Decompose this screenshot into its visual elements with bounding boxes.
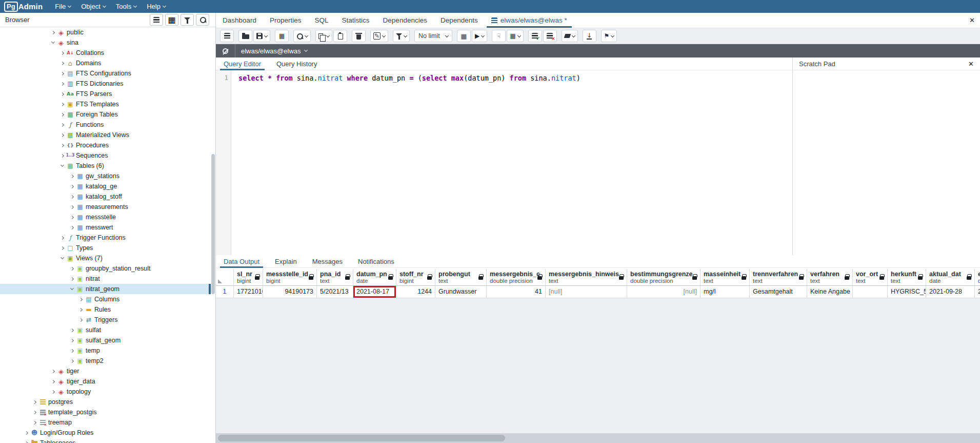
expand-chevron-icon[interactable] xyxy=(68,196,75,198)
expand-chevron-icon[interactable] xyxy=(77,309,84,311)
tree-item-temp2[interactable]: ▣temp2 xyxy=(0,356,211,366)
tree-item-fts-configurations[interactable]: ▤FTS Configurations xyxy=(0,68,211,79)
cell-masseinheit[interactable]: mg/l xyxy=(701,286,750,298)
expand-chevron-icon[interactable] xyxy=(77,298,84,301)
expand-chevron-icon[interactable] xyxy=(31,421,38,424)
expand-chevron-icon[interactable] xyxy=(68,226,75,229)
tree-item-trigger-functions[interactable]: ƒTrigger Functions xyxy=(0,233,211,243)
open-file-button[interactable] xyxy=(238,30,252,42)
row-number-cell[interactable]: 1 xyxy=(216,286,234,298)
tree-item-materialized-views[interactable]: ▩Materialized Views xyxy=(0,130,211,140)
tab-elwas-elwas-elwas[interactable]: elwas/elwas@elwas * xyxy=(485,13,574,28)
cell-messergebnis-hinweis[interactable]: [null] xyxy=(546,286,627,298)
tree-item-tablespaces[interactable]: Tablespaces xyxy=(0,438,211,443)
tree-item-fts-dictionaries[interactable]: ▥FTS Dictionaries xyxy=(0,79,211,89)
cell-bestimmungsgrenze[interactable]: [null] xyxy=(627,286,701,298)
tree-item-fts-parsers[interactable]: AaFTS Parsers xyxy=(0,89,211,99)
cell-pna-id[interactable]: 5/2021/13 xyxy=(317,286,353,298)
cell-stoff-nr[interactable]: 1244 xyxy=(396,286,435,298)
tree-item-katalog-stoff[interactable]: ▦katalog_stoff xyxy=(0,191,211,202)
expand-chevron-icon[interactable] xyxy=(68,278,75,280)
tree-item-domains[interactable]: ⌂Domains xyxy=(0,58,211,68)
query-tool-connection-button[interactable] xyxy=(220,30,234,42)
expand-chevron-icon[interactable] xyxy=(49,380,56,383)
column-header-aktual-dat[interactable]: aktual_datdate xyxy=(926,269,975,286)
tab-dependents[interactable]: Dependents xyxy=(434,13,485,28)
tree-item-nitrat-geom[interactable]: ▣nitrat_geom xyxy=(0,284,211,294)
horizontal-scrollbar[interactable] xyxy=(216,433,980,443)
cancel-query-button[interactable]: ■ xyxy=(457,30,471,42)
paste-button[interactable] xyxy=(333,30,347,42)
expand-chevron-icon[interactable] xyxy=(58,52,66,54)
column-header-vor-ort[interactable]: vor_orttext xyxy=(853,269,888,286)
connection-status-cell[interactable] xyxy=(216,44,235,57)
tab-query-history[interactable]: Query History xyxy=(275,57,318,70)
menu-item-file[interactable]: File xyxy=(50,0,76,13)
search-objects-button[interactable] xyxy=(196,14,209,26)
expand-chevron-icon[interactable] xyxy=(49,391,56,393)
download-results-button[interactable]: ↓ xyxy=(583,30,596,42)
column-header-trennverfahren[interactable]: trennverfahrentext xyxy=(750,269,807,286)
cell-probengut[interactable]: Grundwasser xyxy=(435,286,487,298)
sql-code-area[interactable]: 1 select * from sina.nitrat where datum_… xyxy=(216,70,792,255)
cell-messergebnis-c[interactable]: 41 xyxy=(487,286,546,298)
tab-properties[interactable]: Properties xyxy=(263,13,308,28)
scratch-pad-close-icon[interactable]: ✕ xyxy=(968,60,974,68)
column-header-messergebnis-hinweis[interactable]: messergebnis_hinweistext xyxy=(546,269,627,286)
column-header-messstelle-id[interactable]: messstelle_idbigint xyxy=(263,269,317,286)
tree-item-sequences[interactable]: 1..3Sequences xyxy=(0,150,211,161)
tree-item-gw-stations[interactable]: ▦gw_stations xyxy=(0,171,211,181)
tree-item-collations[interactable]: A↓Collations xyxy=(0,48,211,58)
expand-chevron-icon[interactable] xyxy=(68,329,75,332)
expand-chevron-icon[interactable] xyxy=(58,113,66,116)
menu-item-help[interactable]: Help xyxy=(142,0,171,13)
column-header-masseinheit[interactable]: masseinheittext xyxy=(701,269,750,286)
expand-chevron-icon[interactable] xyxy=(58,155,66,157)
row-limit-select[interactable]: No limit xyxy=(414,30,452,42)
view-data-options-button[interactable]: ▦ xyxy=(507,30,523,42)
tree-item-postgres[interactable]: postgres xyxy=(0,397,211,407)
tab-query-editor[interactable]: Query Editor xyxy=(222,57,263,70)
tree-item-triggers[interactable]: ⇄Triggers xyxy=(0,315,211,325)
tree-item-sina[interactable]: ◈sina xyxy=(0,37,211,48)
tree-item-sulfat[interactable]: ▣sulfat xyxy=(0,325,211,335)
cell-e[interactable]: 2 xyxy=(975,286,980,298)
sidebar-scrollbar-thumb[interactable] xyxy=(211,154,215,294)
tree-item-nitrat[interactable]: ▣nitrat xyxy=(0,274,211,284)
filter-tree-button[interactable] xyxy=(181,14,194,26)
collapse-chevron-icon[interactable] xyxy=(58,165,66,166)
expand-chevron-icon[interactable] xyxy=(68,350,75,352)
expand-chevron-icon[interactable] xyxy=(68,360,75,362)
tree-item-foreign-tables[interactable]: ▦Foreign Tables xyxy=(0,109,211,120)
expand-chevron-icon[interactable] xyxy=(77,319,84,321)
tree-item-public[interactable]: ◈public xyxy=(0,27,211,37)
expand-chevron-icon[interactable] xyxy=(68,206,75,208)
menu-item-tools[interactable]: Tools xyxy=(111,0,142,13)
edit-grid-button[interactable]: ▦ xyxy=(275,30,289,42)
expand-chevron-icon[interactable] xyxy=(49,31,56,34)
expand-chevron-icon[interactable] xyxy=(49,370,56,373)
cell-herkunft[interactable]: HYGRISC_5 xyxy=(888,286,926,298)
expand-chevron-icon[interactable] xyxy=(68,185,75,188)
expand-chevron-icon[interactable] xyxy=(58,72,66,75)
tree-item-topology[interactable]: ◈topology xyxy=(0,387,211,397)
column-header-bestimmungsgrenze[interactable]: bestimmungsgrenzedouble precision xyxy=(627,269,701,286)
close-tab-icon[interactable]: ✕ xyxy=(969,16,975,24)
tree-item-tiger-data[interactable]: ◈tiger_data xyxy=(0,376,211,387)
column-header-messergebnis-c[interactable]: messergebnis_cdouble precision xyxy=(487,269,546,286)
tab-dependencies[interactable]: Dependencies xyxy=(376,13,434,28)
cell-aktual-dat[interactable]: 2021-09-28 xyxy=(926,286,975,298)
scratch-pad-textarea[interactable] xyxy=(793,70,980,255)
copy-button[interactable] xyxy=(315,30,332,42)
delete-button[interactable] xyxy=(352,30,366,42)
tree-item-fts-templates[interactable]: ▣FTS Templates xyxy=(0,99,211,109)
select-all-triangle-icon[interactable] xyxy=(218,279,222,283)
tab-dashboard[interactable]: Dashboard xyxy=(216,13,263,28)
tree-item-measurements[interactable]: ▦measurements xyxy=(0,202,211,212)
macros-button[interactable]: ⚑ xyxy=(601,30,617,42)
expand-chevron-icon[interactable] xyxy=(68,175,75,178)
horizontal-scrollbar-thumb[interactable] xyxy=(218,435,505,441)
row-number-header[interactable] xyxy=(216,269,234,286)
find-replace-button[interactable] xyxy=(293,30,311,42)
tree-item-login-group-roles[interactable]: ☻Login/Group Roles xyxy=(0,428,211,438)
